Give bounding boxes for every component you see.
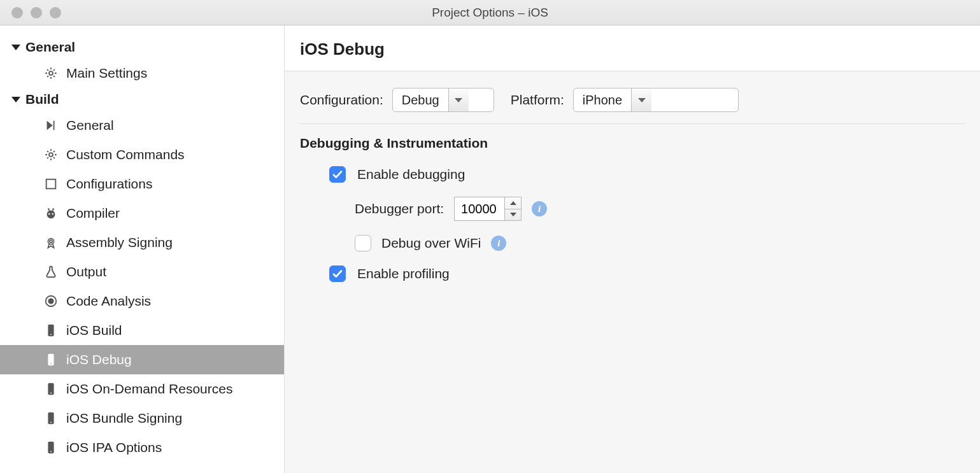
device-icon bbox=[43, 440, 59, 455]
svg-point-5 bbox=[48, 213, 50, 215]
sidebar-item-ios-ondemand[interactable]: iOS On-Demand Resources bbox=[0, 374, 284, 404]
info-icon[interactable]: i bbox=[532, 201, 547, 216]
enable-profiling-checkbox[interactable] bbox=[329, 265, 346, 282]
debugger-port-field[interactable] bbox=[455, 197, 504, 220]
svg-point-16 bbox=[50, 334, 52, 335]
svg-point-24 bbox=[50, 451, 52, 453]
window-title: Project Options – iOS bbox=[0, 6, 980, 20]
category-label: Build bbox=[25, 92, 59, 107]
svg-point-18 bbox=[50, 364, 52, 365]
configuration-select[interactable]: Debug bbox=[392, 88, 494, 112]
dropdown-button[interactable] bbox=[448, 88, 469, 111]
config-platform-row: Configuration: Debug Platform: iPhone bbox=[300, 88, 965, 112]
traffic-lights bbox=[0, 7, 61, 18]
svg-point-6 bbox=[52, 213, 53, 215]
platform-label: Platform: bbox=[511, 92, 564, 108]
debug-over-wifi-row: Debug over WiFi i bbox=[300, 235, 965, 251]
sidebar-item-configurations[interactable]: Configurations bbox=[0, 169, 284, 199]
sidebar-item-label: Code Analysis bbox=[66, 293, 151, 309]
sidebar-item-label: Assembly Signing bbox=[66, 235, 173, 250]
svg-point-2 bbox=[49, 153, 53, 157]
sidebar: General Main Settings Build General Cust… bbox=[0, 25, 285, 473]
debugger-port-row: Debugger port: i bbox=[300, 197, 965, 221]
svg-point-20 bbox=[50, 393, 52, 394]
sidebar-item-ios-bundle-signing[interactable]: iOS Bundle Signing bbox=[0, 404, 284, 433]
svg-rect-3 bbox=[46, 180, 56, 189]
sidebar-item-output[interactable]: Output bbox=[0, 257, 284, 286]
sidebar-item-custom-commands[interactable]: Custom Commands bbox=[0, 140, 284, 169]
disclosure-triangle-icon bbox=[11, 97, 20, 102]
device-icon bbox=[43, 352, 59, 367]
page-header: iOS Debug bbox=[285, 25, 980, 71]
rosette-icon bbox=[43, 235, 59, 250]
debug-over-wifi-label: Debug over WiFi bbox=[381, 236, 481, 251]
info-icon[interactable]: i bbox=[491, 236, 506, 251]
sidebar-item-ios-debug[interactable]: iOS Debug bbox=[0, 345, 284, 374]
stepper-down-button[interactable] bbox=[505, 209, 521, 221]
stepper-up-button[interactable] bbox=[505, 197, 521, 209]
enable-debugging-checkbox[interactable] bbox=[329, 166, 346, 183]
debugger-port-input[interactable] bbox=[454, 197, 522, 221]
sidebar-item-ios-build[interactable]: iOS Build bbox=[0, 316, 284, 345]
select-value: iPhone bbox=[574, 93, 631, 108]
sidebar-item-label: iOS Debug bbox=[66, 352, 132, 367]
flask-icon bbox=[43, 264, 59, 279]
svg-point-12 bbox=[50, 240, 52, 243]
gear-icon bbox=[43, 147, 59, 162]
square-icon bbox=[43, 176, 59, 192]
svg-point-22 bbox=[50, 422, 52, 423]
sidebar-item-main-settings[interactable]: Main Settings bbox=[0, 59, 284, 88]
sidebar-item-assembly-signing[interactable]: Assembly Signing bbox=[0, 228, 284, 257]
sidebar-item-label: iOS Bundle Signing bbox=[66, 411, 182, 426]
chevron-down-icon bbox=[638, 98, 646, 102]
divider bbox=[300, 124, 965, 124]
platform-select[interactable]: iPhone bbox=[573, 88, 739, 112]
enable-profiling-label: Enable profiling bbox=[357, 266, 450, 281]
section-title: Debugging & Instrumentation bbox=[300, 136, 965, 151]
chevron-down-icon bbox=[510, 213, 516, 216]
dropdown-button[interactable] bbox=[631, 88, 651, 111]
titlebar: Project Options – iOS bbox=[0, 0, 980, 25]
sidebar-item-label: iOS On-Demand Resources bbox=[66, 381, 232, 397]
enable-debugging-label: Enable debugging bbox=[357, 167, 465, 182]
debug-over-wifi-checkbox[interactable] bbox=[355, 235, 371, 251]
close-window-button[interactable] bbox=[11, 7, 23, 18]
sidebar-category-general[interactable]: General bbox=[0, 36, 284, 59]
svg-point-0 bbox=[49, 71, 53, 75]
debugger-port-label: Debugger port: bbox=[355, 201, 444, 216]
page-title: iOS Debug bbox=[300, 39, 965, 59]
svg-point-11 bbox=[48, 239, 53, 244]
sidebar-item-label: iOS Build bbox=[66, 323, 122, 338]
sidebar-item-code-analysis[interactable]: Code Analysis bbox=[0, 286, 284, 316]
sidebar-item-label: General bbox=[66, 118, 114, 133]
gear-icon bbox=[43, 66, 59, 81]
sidebar-item-label: Compiler bbox=[66, 206, 120, 221]
sidebar-item-label: Configurations bbox=[66, 176, 152, 192]
sidebar-item-ios-ipa-options[interactable]: iOS IPA Options bbox=[0, 433, 284, 462]
enable-debugging-row: Enable debugging bbox=[300, 166, 965, 183]
configuration-label: Configuration: bbox=[300, 92, 383, 108]
radio-icon bbox=[43, 293, 59, 309]
play-icon bbox=[43, 118, 59, 133]
device-icon bbox=[43, 323, 59, 338]
minimize-window-button[interactable] bbox=[31, 7, 42, 18]
chevron-down-icon bbox=[455, 98, 462, 102]
sidebar-category-build[interactable]: Build bbox=[0, 88, 284, 111]
device-icon bbox=[43, 411, 59, 426]
category-label: General bbox=[25, 39, 75, 55]
chevron-up-icon bbox=[510, 201, 516, 205]
disclosure-triangle-icon bbox=[11, 45, 20, 50]
svg-point-4 bbox=[47, 210, 55, 218]
svg-rect-1 bbox=[53, 121, 55, 131]
zoom-window-button[interactable] bbox=[50, 7, 61, 18]
sidebar-item-general[interactable]: General bbox=[0, 111, 284, 140]
main-panel: iOS Debug Configuration: Debug Platform:… bbox=[285, 25, 980, 473]
bot-icon bbox=[43, 206, 59, 221]
sidebar-item-label: Output bbox=[66, 264, 106, 279]
sidebar-item-label: Custom Commands bbox=[66, 147, 185, 162]
svg-point-14 bbox=[48, 299, 53, 303]
sidebar-item-label: Main Settings bbox=[66, 66, 147, 81]
sidebar-item-compiler[interactable]: Compiler bbox=[0, 199, 284, 228]
device-icon bbox=[43, 381, 59, 397]
select-value: Debug bbox=[393, 93, 448, 108]
